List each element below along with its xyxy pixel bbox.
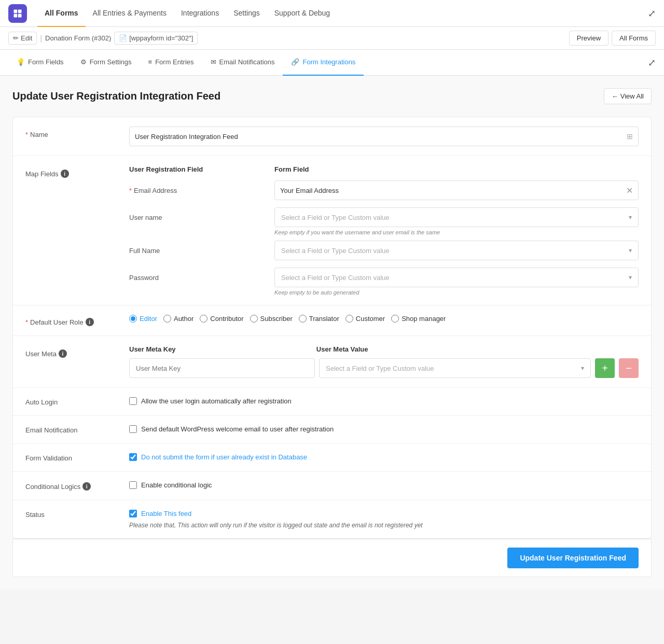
conditional-logics-checkbox[interactable] (129, 481, 137, 489)
update-button[interactable]: Update User Registration Feed (507, 548, 639, 568)
email-clear-button[interactable]: ✕ (626, 186, 633, 195)
auto-login-checkbox[interactable] (129, 397, 137, 405)
conditional-logics-row: Conditional Logics i Enable conditional … (13, 472, 651, 500)
svg-rect-0 (14, 9, 18, 13)
conditional-logics-checkbox-label[interactable]: Enable conditional logic (129, 481, 212, 489)
meta-add-button[interactable]: + (595, 358, 615, 378)
role-shop-manager[interactable]: Shop manager (391, 315, 446, 323)
form-validation-label: Form Validation (25, 453, 129, 462)
preview-button[interactable]: Preview (569, 31, 608, 46)
name-input[interactable] (135, 133, 627, 141)
page-header: Update User Registration Integration Fee… (12, 88, 652, 104)
meta-key-header: User Meta Key (129, 345, 312, 353)
breadcrumb-sep: | (40, 34, 42, 43)
password-chevron-icon: ▾ (629, 274, 632, 281)
fullname-field-label: Full Name (129, 247, 264, 255)
email-notification-checkbox[interactable] (129, 425, 137, 433)
col-header-left: User Registration Field (129, 165, 264, 173)
role-editor[interactable]: Editor (129, 315, 157, 323)
email-notification-checkbox-label[interactable]: Send default WordPress welcome email to … (129, 425, 334, 433)
svg-rect-2 (14, 13, 18, 17)
map-row-username: User name Select a Field or Type Custom … (129, 207, 639, 235)
role-subscriber[interactable]: Subscriber (250, 315, 293, 323)
form-validation-row: Form Validation Do not submit the form i… (13, 444, 651, 472)
form-integrations-icon: 🔗 (291, 58, 299, 66)
user-role-label: * Default User Role i (25, 315, 129, 326)
user-meta-label: User Meta i (25, 345, 129, 358)
page-title: Update User Registration Integration Fee… (12, 90, 220, 102)
user-meta-input-row: Select a Field or Type Custom value ▾ + … (129, 358, 639, 378)
status-label: Status (25, 510, 129, 519)
role-customer[interactable]: Customer (345, 315, 385, 323)
email-notification-label: Email Notification (25, 425, 129, 434)
tab-form-settings[interactable]: ⚙ Form Settings (72, 50, 140, 76)
meta-value-chevron-icon: ▾ (581, 365, 584, 372)
expand-icon[interactable]: ⤢ (648, 57, 656, 68)
password-field-label: Password (129, 274, 264, 282)
tab-form-integrations[interactable]: 🔗 Form Integrations (283, 50, 364, 76)
form-entries-icon: ≡ (148, 58, 153, 66)
auto-login-label: Auto Login (25, 397, 129, 406)
tab-form-fields[interactable]: 💡 Form Fields (8, 50, 72, 76)
fullname-field-select[interactable]: Select a Field or Type Custom value ▾ (274, 241, 639, 260)
password-hint: Keep empty to be auto generated (274, 289, 639, 296)
top-nav: All Forms All Entries & Payments Integra… (0, 0, 664, 27)
meta-remove-button[interactable]: − (619, 358, 639, 378)
status-checkbox-label[interactable]: Enable This feed (129, 510, 423, 517)
map-fields-info-icon[interactable]: i (61, 170, 69, 178)
username-field-label: User name (129, 214, 264, 221)
email-field-value[interactable]: Your Email Address ✕ (274, 180, 639, 200)
user-role-info-icon[interactable]: i (86, 318, 94, 326)
grid-icon: ⊞ (627, 132, 633, 141)
col-header-right: Form Field (274, 165, 639, 173)
nav-item-integrations[interactable]: Integrations (174, 0, 226, 27)
all-forms-button[interactable]: All Forms (612, 31, 656, 46)
meta-value-select[interactable]: Select a Field or Type Custom value ▾ (319, 358, 591, 378)
auto-login-row: Auto Login Allow the user login automati… (13, 388, 651, 416)
name-required: * (25, 131, 28, 138)
name-label: * Name (25, 127, 129, 138)
map-row-email: * Email Address Your Email Address ✕ (129, 180, 639, 200)
role-contributor[interactable]: Contributor (200, 315, 243, 323)
email-notifications-icon: ✉ (211, 58, 216, 66)
role-translator[interactable]: Translator (299, 315, 339, 323)
nav-item-settings[interactable]: Settings (226, 0, 267, 27)
conditional-logics-info-icon[interactable]: i (82, 482, 91, 491)
sub-nav: 💡 Form Fields ⚙ Form Settings ≡ Form Ent… (0, 50, 664, 76)
map-row-password: Password Select a Field or Type Custom v… (129, 268, 639, 296)
form-card: * Name ⊞ Map Fields i User Registration … (12, 117, 652, 539)
breadcrumb-bar: ✏ Edit | Donation Form (#302) 📄 [wppayfo… (0, 27, 664, 50)
svg-rect-3 (18, 13, 22, 17)
status-note: Please note that, This action will only … (129, 522, 423, 529)
form-footer: Update User Registration Feed (12, 539, 652, 577)
status-content: Enable This feed Please note that, This … (129, 510, 423, 529)
tab-form-entries[interactable]: ≡ Form Entries (140, 50, 202, 76)
user-meta-info-icon[interactable]: i (59, 349, 67, 358)
status-row: Status Enable This feed Please note that… (13, 500, 651, 538)
tab-email-notifications[interactable]: ✉ Email Notifications (202, 50, 283, 76)
nav-item-entries[interactable]: All Entries & Payments (86, 0, 174, 27)
form-fields-icon: 💡 (17, 58, 25, 66)
password-field-select[interactable]: Select a Field or Type Custom value ▾ (274, 268, 639, 287)
view-all-button[interactable]: ← View All (604, 88, 652, 104)
form-validation-checkbox-label[interactable]: Do not submit the form if user already e… (129, 453, 307, 461)
nav-item-support[interactable]: Support & Debug (267, 0, 337, 27)
edit-button[interactable]: ✏ Edit (8, 32, 37, 45)
form-settings-icon: ⚙ (80, 58, 87, 66)
breadcrumb-form-name: Donation Form (#302) (45, 34, 111, 42)
user-meta-content: User Meta Key User Meta Value Select a F… (129, 345, 639, 378)
role-author[interactable]: Author (163, 315, 193, 323)
meta-key-input[interactable] (129, 358, 315, 378)
user-role-options: Editor Author Contributor Subscriber Tra… (129, 315, 639, 323)
username-field-select[interactable]: Select a Field or Type Custom value ▾ (274, 207, 639, 227)
form-validation-checkbox[interactable] (129, 453, 137, 461)
nav-item-all-forms[interactable]: All Forms (37, 0, 86, 27)
main-content: Update User Registration Integration Fee… (0, 76, 664, 590)
user-role-row: * Default User Role i Editor Author Cont… (13, 305, 651, 336)
conditional-logics-label: Conditional Logics i (25, 481, 129, 491)
breadcrumb-shortcode[interactable]: 📄 [wppayform id="302"] (114, 32, 198, 45)
auto-login-checkbox-label[interactable]: Allow the user login automatically after… (129, 397, 292, 405)
nav-expand-icon[interactable]: ⤢ (648, 8, 656, 19)
status-checkbox[interactable] (129, 510, 137, 517)
app-logo[interactable] (8, 4, 27, 23)
